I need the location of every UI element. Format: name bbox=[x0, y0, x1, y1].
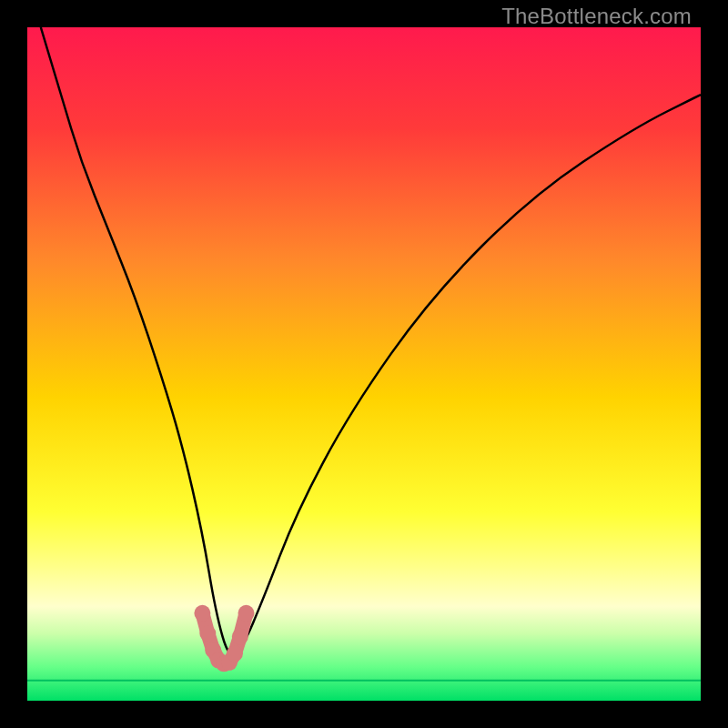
marker-dot bbox=[227, 645, 243, 662]
bottleneck-chart bbox=[27, 27, 701, 701]
marker-dot bbox=[199, 625, 216, 642]
plot-area bbox=[27, 27, 701, 701]
chart-frame bbox=[27, 27, 701, 701]
heatmap-gradient-bg bbox=[27, 27, 701, 701]
marker-dot bbox=[232, 629, 248, 645]
marker-dot bbox=[194, 605, 210, 622]
watermark-text: TheBottleneck.com bbox=[501, 4, 692, 29]
marker-dot bbox=[238, 605, 255, 622]
